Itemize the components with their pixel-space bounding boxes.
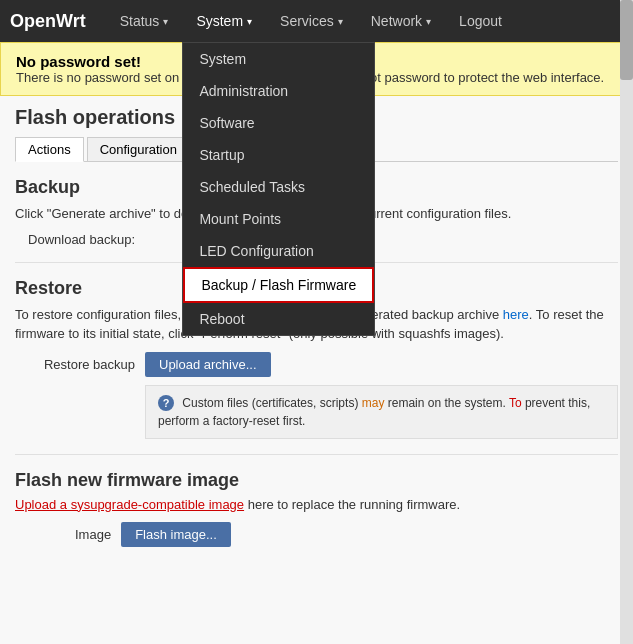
dropdown-item-backup-flash[interactable]: Backup / Flash Firmware: [183, 267, 374, 303]
dropdown-item-system[interactable]: System: [183, 43, 374, 75]
flash-image-button[interactable]: Flash image...: [121, 522, 231, 547]
restore-info-box: ? Custom files (certificates, scripts) m…: [145, 385, 618, 439]
info-text: Custom files (certificates, scripts) may…: [158, 396, 590, 428]
nav-items: Status ▾ System ▾ System Administration …: [106, 0, 516, 42]
upload-archive-button[interactable]: Upload archive...: [145, 352, 271, 377]
chevron-down-icon: ▾: [163, 16, 168, 27]
nav-item-services[interactable]: Services ▾: [266, 0, 357, 42]
flash-here-link[interactable]: Upload a sysupgrade-compatible image: [15, 497, 244, 512]
tab-actions[interactable]: Actions: [15, 137, 84, 162]
image-label: Image: [75, 527, 111, 542]
scrollbar[interactable]: [620, 0, 633, 557]
nav-item-logout[interactable]: Logout: [445, 0, 516, 42]
navbar: OpenWrt Status ▾ System ▾ System Adminis…: [0, 0, 633, 42]
nav-link-status[interactable]: Status ▾: [106, 0, 183, 42]
dropdown-item-mount-points[interactable]: Mount Points: [183, 203, 374, 235]
dropdown-item-scheduled-tasks[interactable]: Scheduled Tasks: [183, 171, 374, 203]
nav-link-network[interactable]: Network ▾: [357, 0, 445, 42]
tab-configuration[interactable]: Configuration: [87, 137, 190, 161]
nav-link-system[interactable]: System ▾: [182, 0, 266, 42]
dropdown-item-administration[interactable]: Administration: [183, 75, 374, 107]
dropdown-item-reboot[interactable]: Reboot: [183, 303, 374, 335]
image-row: Image Flash image...: [75, 522, 618, 547]
nav-link-logout[interactable]: Logout: [445, 0, 516, 42]
info-icon: ?: [158, 395, 174, 411]
dropdown-item-led-configuration[interactable]: LED Configuration: [183, 235, 374, 267]
flash-description: Upload a sysupgrade-compatible image her…: [15, 497, 618, 512]
dropdown-item-startup[interactable]: Startup: [183, 139, 374, 171]
restore-here-link[interactable]: here: [503, 307, 529, 322]
nav-item-network[interactable]: Network ▾: [357, 0, 445, 42]
nav-link-services[interactable]: Services ▾: [266, 0, 357, 42]
scrollbar-thumb[interactable]: [620, 0, 633, 80]
nav-item-status[interactable]: Status ▾: [106, 0, 183, 42]
dropdown-item-software[interactable]: Software: [183, 107, 374, 139]
restore-backup-label: Restore backup: [15, 357, 145, 372]
chevron-down-icon: ▾: [247, 16, 252, 27]
brand: OpenWrt: [10, 11, 86, 32]
chevron-down-icon: ▾: [338, 16, 343, 27]
flash-section-title: Flash new firmware image: [15, 470, 618, 491]
nav-item-system[interactable]: System ▾ System Administration Software …: [182, 0, 266, 42]
download-backup-label: Download backup:: [15, 232, 145, 247]
restore-backup-row: Restore backup Upload archive...: [15, 352, 618, 377]
system-dropdown-menu: System Administration Software Startup S…: [182, 42, 375, 336]
divider-2: [15, 454, 618, 455]
chevron-down-icon: ▾: [426, 16, 431, 27]
